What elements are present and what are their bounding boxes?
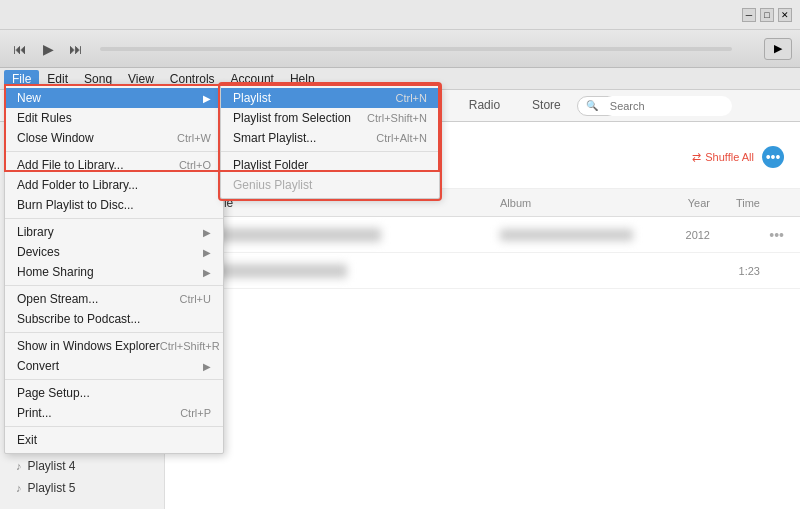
menu-add-file[interactable]: Add File to Library... Ctrl+O [5,155,223,175]
submenu-playlist-folder-label: Playlist Folder [233,158,308,172]
search-container: 🔍 [577,96,707,116]
menu-home-sharing[interactable]: Home Sharing ▶ [5,262,223,282]
col-album: Album [500,197,660,209]
menu-devices-label: Devices [17,245,60,259]
progress-bar[interactable] [100,47,732,51]
nav-right: 🔍 [577,96,707,116]
submenu-playlist-label: Playlist [233,91,271,105]
close-button[interactable]: ✕ [778,8,792,22]
title-bar: ─ □ ✕ [0,0,800,30]
song-duration: 1:23 [710,265,760,277]
sidebar-item-playlist4[interactable]: ♪ Playlist 4 [0,455,164,477]
song-title: ████████████████ [211,264,500,278]
submenu-arrow-icon: ▶ [203,267,211,278]
menu-print[interactable]: Print... Ctrl+P [5,403,223,423]
separator [5,218,223,219]
song-more-button[interactable]: ••• [760,227,784,243]
menu-new-label: New [17,91,41,105]
menu-library[interactable]: Library ▶ [5,222,223,242]
tab-radio[interactable]: Radio [453,92,516,120]
submenu-smart-playlist[interactable]: Smart Playlist... Ctrl+Alt+N [221,128,439,148]
menu-print-label: Print... [17,406,52,420]
fastforward-button[interactable]: ⏭ [64,37,88,61]
table-row[interactable]: 2 ████████████████ 1:23 [165,253,800,289]
sidebar-item-label: Playlist 4 [28,459,76,473]
tab-store[interactable]: Store [516,92,577,120]
menu-add-file-label: Add File to Library... [17,158,124,172]
submenu-genius-playlist: Genius Playlist [221,175,439,195]
table-row[interactable]: 1 ████████████████████ █████████████████… [165,217,800,253]
menu-open-stream-label: Open Stream... [17,292,98,306]
minimize-button[interactable]: ─ [742,8,756,22]
shuffle-button[interactable]: ⇄ Shuffle All [692,151,754,164]
menu-new[interactable]: New ▶ [5,88,223,108]
col-year: Year [660,197,710,209]
separator [221,151,439,152]
playlist-icon: ♪ [16,460,22,472]
sidebar-item-playlist5[interactable]: ♪ Playlist 5 [0,477,164,499]
song-title-blurred: ████████████████████ [211,228,381,242]
menu-subscribe-podcast[interactable]: Subscribe to Podcast... [5,309,223,329]
menu-print-shortcut: Ctrl+P [180,407,211,419]
submenu-playlist[interactable]: Playlist Ctrl+N [221,88,439,108]
submenu-smart-playlist-label: Smart Playlist... [233,131,316,145]
file-menu-dropdown: New ▶ Edit Rules Close Window Ctrl+W Add… [4,84,224,454]
song-album-blurred: █████████████████ [500,229,633,241]
toolbar: ⏮ ▶ ⏭ ▶ [0,30,800,68]
shuffle-icon: ⇄ [692,151,701,164]
submenu-playlist-folder[interactable]: Playlist Folder [221,155,439,175]
menu-exit[interactable]: Exit [5,430,223,450]
menu-devices[interactable]: Devices ▶ [5,242,223,262]
song-title-blurred: ████████████████ [211,264,347,278]
menu-close-window-shortcut: Ctrl+W [177,132,211,144]
menu-convert[interactable]: Convert ▶ [5,356,223,376]
menu-library-label: Library [17,225,54,239]
menu-subscribe-podcast-label: Subscribe to Podcast... [17,312,140,326]
menu-edit-rules[interactable]: Edit Rules [5,108,223,128]
menu-convert-label: Convert [17,359,59,373]
more-button[interactable]: ••• [762,146,784,168]
separator [5,426,223,427]
new-submenu: Playlist Ctrl+N Playlist from Selection … [220,84,440,199]
col-duration: Time [710,197,760,209]
song-title: ████████████████████ [211,228,500,242]
sidebar-item-label: Playlist 5 [28,481,76,495]
search-input[interactable] [602,96,732,116]
content-actions: ⇄ Shuffle All ••• [692,146,784,168]
submenu-playlist-from-selection[interactable]: Playlist from Selection Ctrl+Shift+N [221,108,439,128]
submenu-arrow-icon: ▶ [203,247,211,258]
menu-show-windows-explorer-label: Show in Windows Explorer [17,339,160,353]
playlist-icon: ♪ [16,482,22,494]
submenu-arrow-icon: ▶ [203,93,211,104]
search-icon: 🔍 [586,100,598,111]
menu-close-window-label: Close Window [17,131,94,145]
menu-show-windows-explorer[interactable]: Show in Windows Explorer Ctrl+Shift+R [5,336,223,356]
play-button[interactable]: ▶ [36,37,60,61]
shuffle-label: Shuffle All [705,151,754,163]
submenu-playlist-shortcut: Ctrl+N [396,92,427,104]
submenu-arrow-icon: ▶ [203,227,211,238]
separator [5,379,223,380]
menu-close-window[interactable]: Close Window Ctrl+W [5,128,223,148]
menu-home-sharing-label: Home Sharing [17,265,94,279]
menu-open-stream-shortcut: Ctrl+U [180,293,211,305]
separator [5,285,223,286]
menu-open-stream[interactable]: Open Stream... Ctrl+U [5,289,223,309]
menu-add-file-shortcut: Ctrl+O [179,159,211,171]
menu-show-windows-explorer-shortcut: Ctrl+Shift+R [160,340,220,352]
submenu-genius-playlist-label: Genius Playlist [233,178,312,192]
separator [5,332,223,333]
menu-page-setup-label: Page Setup... [17,386,90,400]
song-album: █████████████████ [500,229,660,241]
menu-add-folder-label: Add Folder to Library... [17,178,138,192]
menu-burn-playlist[interactable]: Burn Playlist to Disc... [5,195,223,215]
menu-exit-label: Exit [17,433,37,447]
rewind-button[interactable]: ⏮ [8,37,32,61]
airplay-button[interactable]: ▶ [764,38,792,60]
submenu-arrow-icon: ▶ [203,361,211,372]
separator [5,151,223,152]
submenu-playlist-from-selection-label: Playlist from Selection [233,111,351,125]
maximize-button[interactable]: □ [760,8,774,22]
menu-page-setup[interactable]: Page Setup... [5,383,223,403]
menu-add-folder[interactable]: Add Folder to Library... [5,175,223,195]
